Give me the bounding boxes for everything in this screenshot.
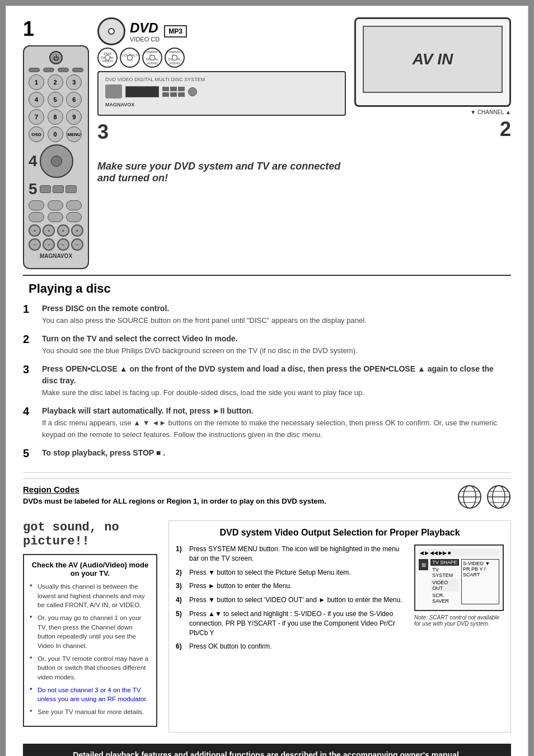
dial4[interactable]: +: [71, 224, 83, 237]
toolbar-btn1: ◀: [420, 550, 424, 556]
remote-extra-btn5[interactable]: [48, 212, 63, 222]
dvd-player-device: DVD VIDEO DIGITAL MULTI DISC SYSTEM: [97, 71, 346, 116]
dvd-output-section: DVD system Video Output Selection for Pr…: [168, 520, 511, 732]
remote-small-btn2[interactable]: [43, 68, 54, 72]
btn-5[interactable]: 5: [48, 92, 63, 107]
remote-small-btn3[interactable]: [58, 68, 69, 72]
btn-1[interactable]: 1: [29, 74, 44, 90]
region-section: Region Codes DVDs must be labeled for AL…: [23, 478, 511, 509]
btn-4[interactable]: 4: [29, 92, 44, 107]
instruction-4-sub: If a disc menu appears, use ▲ ▼ ◄► butto…: [42, 419, 497, 439]
display-btn1[interactable]: [162, 87, 169, 91]
tv-screen: AV IN: [363, 26, 503, 93]
output-step-2-text: Press ▼ button to select the Picture Set…: [189, 568, 351, 577]
dial7[interactable]: −: [57, 238, 69, 251]
disc-center: [108, 28, 115, 35]
dial1[interactable]: +: [29, 224, 41, 237]
av-in-text: AV IN: [413, 50, 453, 68]
brand-name-player: MAGNAVOX: [105, 102, 134, 107]
make-sure-text: Make sure your DVD system and TV are con…: [97, 161, 346, 184]
play-btn[interactable]: [40, 185, 51, 193]
btn-osd[interactable]: OSD: [29, 126, 44, 142]
scart-note: Note: SCART control not available for us…: [414, 614, 504, 627]
instruction-2-text: Turn on the TV and select the correct Vi…: [42, 333, 358, 356]
remote-extra-btn6[interactable]: [66, 212, 82, 222]
pause-btn[interactable]: [65, 185, 77, 193]
dial5[interactable]: −: [29, 238, 41, 251]
remote-extra-btn4[interactable]: [29, 212, 44, 222]
power-button[interactable]: ⏻: [49, 51, 63, 64]
remote-extra-btn3[interactable]: [66, 200, 82, 210]
instruction-3-bold: Press OPEN•CLOSE ▲ on the front of the D…: [42, 364, 494, 385]
disc-slot: [105, 84, 122, 98]
toolbar-btn4: ▶▶: [439, 550, 447, 556]
mini-toolbar: ◀ ▶ ◀◀ ▶▶ ■: [419, 549, 499, 557]
instruction-2-sub: You should see the blue Philips DVD back…: [42, 346, 358, 355]
nav-center-btn[interactable]: [51, 156, 62, 167]
display-btn6[interactable]: [178, 92, 185, 97]
output-options-box: S-VIDEO ▼ PR PB Y / SCART: [461, 559, 499, 604]
display-btn5[interactable]: [170, 92, 177, 97]
remote-small-btn4[interactable]: [72, 68, 83, 72]
output-step-1-num: 1): [176, 544, 186, 564]
stop-btn[interactable]: [53, 185, 64, 193]
btn-0[interactable]: 0: [48, 126, 63, 142]
output-step-6: 6) Press OK button to confirm.: [176, 642, 407, 651]
dial6[interactable]: −: [43, 238, 55, 251]
bottom-section: got sound, no picture!! Check the AV (Au…: [23, 520, 511, 732]
instruction-4: 4 Playback will start automatically. If …: [23, 405, 511, 440]
menu-items-list: TV SHAPE TV SYSTEM VIDEO OUT SCR. SAVER: [430, 559, 459, 604]
instruction-3-num: 3: [23, 363, 36, 376]
instruction-5-text: To stop playback, press STOP ■ .: [42, 447, 165, 459]
instruction-1: 1 Press DISC on the remote control. You …: [23, 303, 511, 326]
btn-7[interactable]: 7: [29, 109, 44, 125]
dial-grid: + + + + − − − −: [29, 224, 83, 251]
instruction-2: 2 Turn on the TV and select the correct …: [23, 333, 511, 356]
output-step-5-num: 5): [176, 609, 186, 637]
nav-circle[interactable]: [40, 144, 73, 178]
dial3[interactable]: +: [57, 224, 69, 237]
menu-item-video-out: VIDEO OUT: [430, 579, 459, 591]
remote-brand: MAGNAVOX: [29, 253, 83, 259]
output-step-3-text: Press ► button to enter the Menu.: [189, 581, 292, 591]
dvd-disc-icon: [97, 17, 125, 45]
btn-2[interactable]: 2: [48, 74, 63, 90]
btn-3[interactable]: 3: [66, 74, 82, 90]
globe-icon-1: [457, 485, 482, 509]
instruction-3: 3 Press OPEN•CLOSE ▲ on the front of the…: [23, 363, 511, 398]
btn-9[interactable]: 9: [66, 109, 82, 125]
btn-8[interactable]: 8: [48, 109, 63, 125]
step2-label: 2: [354, 118, 511, 141]
menu-icon: ⊞: [419, 559, 428, 570]
output-diagram: ◀ ▶ ◀◀ ▶▶ ■ ⊞ TV SHAPE: [414, 544, 504, 656]
dial8[interactable]: −: [71, 238, 83, 251]
top-area: 1 ⏻ 1 2 3 4 5 6: [23, 17, 511, 269]
btn-6[interactable]: 6: [66, 92, 82, 107]
player-knob[interactable]: [188, 87, 197, 96]
bullet-4: Do not use channel 3 or 4 on the TV unle…: [30, 685, 151, 704]
output-step-6-num: 6): [176, 642, 186, 651]
instruction-5-num: 5: [23, 447, 36, 460]
remote-small-btn1[interactable]: [29, 68, 40, 72]
instruction-4-text: Playback will start automatically. If no…: [42, 405, 511, 440]
step1-label: 1: [23, 17, 89, 41]
bullet-list: Usually this channel is between the lowe…: [30, 582, 151, 717]
got-sound-title: got sound, no picture!!: [23, 520, 157, 548]
nav-area: [40, 144, 73, 178]
player-model-text: DVD VIDEO DIGITAL MULTI DISC SYSTEM: [105, 77, 338, 82]
display-btn4[interactable]: [162, 92, 169, 97]
logo-row: DVD VIDEO CD MP3: [97, 17, 346, 45]
bullet-2: Or, you may go to channel 1 on your TV, …: [30, 613, 151, 651]
display-btn2[interactable]: [170, 87, 177, 91]
remote-extra-btn2[interactable]: [48, 200, 63, 210]
disc-dvd-format: DVDDIGITALVIDEO: [97, 48, 118, 68]
mp3-badge: MP3: [164, 25, 187, 37]
output-steps: 1) Press SYSTEM MENU button. The icon wi…: [176, 544, 407, 656]
footer-bar: Detailed playback features and additiona…: [23, 744, 511, 756]
remote-extra-btn1[interactable]: [29, 200, 44, 210]
dial2[interactable]: +: [43, 224, 55, 237]
btn-menu[interactable]: MENU: [66, 126, 82, 142]
display-btn3[interactable]: [178, 87, 185, 91]
playing-disc-section: Playing a disc 1 Press DISC on the remot…: [23, 275, 511, 473]
output-step-5: 5) Press ▲▼ to select and highlight : S-…: [176, 609, 407, 637]
